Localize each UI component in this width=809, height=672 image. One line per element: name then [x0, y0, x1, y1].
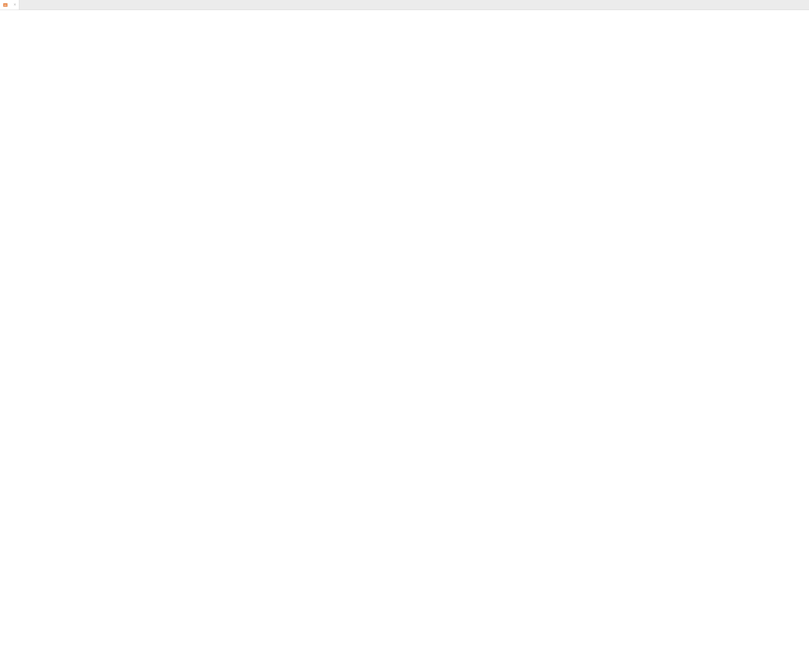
maven-file-icon: m	[3, 2, 8, 7]
close-icon[interactable]: ×	[13, 2, 16, 7]
svg-text:m: m	[4, 4, 7, 7]
tab-bar: m ×	[0, 0, 809, 10]
editor-tab[interactable]: m ×	[0, 0, 19, 10]
code-editor[interactable]	[0, 10, 809, 11]
